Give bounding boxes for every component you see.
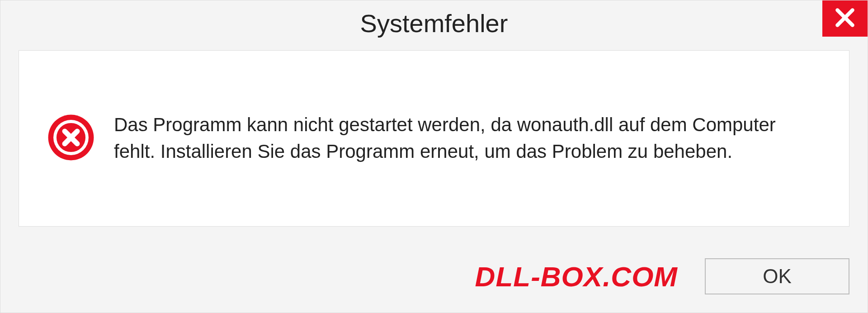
error-icon (46, 113, 96, 164)
close-button[interactable] (822, 0, 868, 37)
dialog-title: Systemfehler (360, 9, 508, 38)
dialog-footer: DLL-BOX.COM OK (19, 249, 849, 304)
ok-button-label: OK (763, 265, 792, 288)
dialog-content-panel: Das Programm kann nicht gestartet werden… (19, 50, 849, 227)
error-message: Das Programm kann nicht gestartet werden… (114, 112, 822, 165)
ok-button[interactable]: OK (705, 258, 849, 294)
close-icon (834, 6, 856, 31)
dialog-titlebar: Systemfehler (0, 0, 868, 46)
watermark-text: DLL-BOX.COM (475, 261, 678, 293)
